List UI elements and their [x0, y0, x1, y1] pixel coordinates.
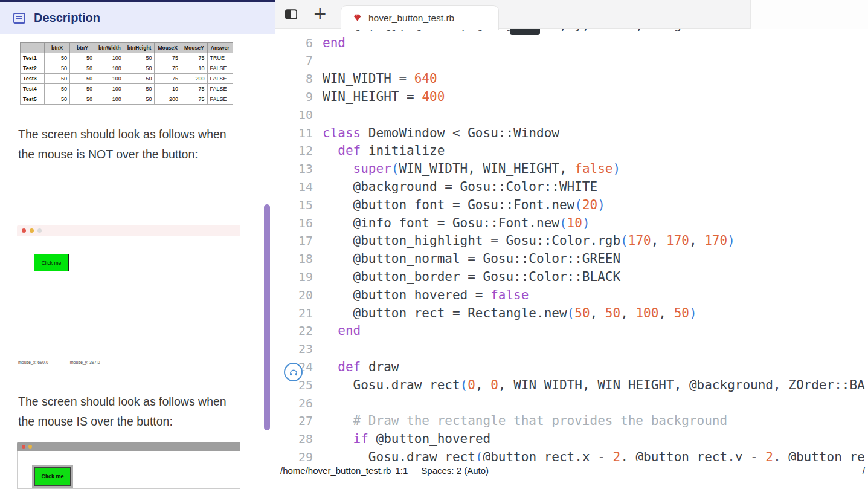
code-text: super(WIN_WIDTH, WIN_HEIGHT, false) [313, 161, 620, 176]
table-cell: 100 [95, 63, 124, 74]
code-line: 13 super(WIN_WIDTH, WIN_HEIGHT, false) [275, 160, 868, 178]
line-number: 19 [275, 270, 313, 284]
code-token [323, 360, 338, 374]
code-token: false [490, 288, 529, 302]
table-cell: 10 [181, 63, 208, 74]
line-number: 10 [275, 108, 313, 122]
code-token: ) [597, 198, 605, 212]
file-path[interactable]: /home/hover_button_test.rb [280, 465, 391, 476]
code-token: ) [689, 306, 697, 320]
code-line: 6end [275, 34, 868, 52]
line-number: 29 [275, 450, 313, 461]
cursor-position[interactable]: 1:1 [395, 465, 408, 476]
code-line: 23 [275, 340, 868, 358]
mouse-coordinates: mouse_x: 690.0 mouse_y: 397.0 [18, 360, 100, 364]
line-number: 17 [275, 233, 313, 248]
table-cell: 50 [124, 53, 155, 63]
description-panel: Description btnXbtnYbtnWidthbtnHeightMou… [0, 0, 275, 489]
table-cell: 50 [70, 84, 95, 94]
table-cell: 50 [45, 63, 70, 74]
table-cell: FALSE [207, 74, 233, 84]
table-cell: 50 [124, 74, 155, 84]
code-token: @button_font = Gosu::Font.new [323, 198, 574, 212]
scrollbar-thumb[interactable] [264, 204, 270, 430]
code-line: 20 @button_hovered = false [275, 286, 868, 304]
code-token: def [338, 143, 361, 158]
new-tab-button[interactable]: + [313, 4, 327, 24]
line-number: 26 [275, 396, 313, 410]
indent-setting[interactable]: Spaces: 2 (Auto) [421, 465, 489, 476]
code-text: def draw [313, 360, 399, 374]
line-number: 23 [275, 342, 313, 356]
code-text: if @button_hovered [313, 432, 490, 446]
panel-toggle-icon[interactable] [285, 9, 297, 19]
line-number: 5 [275, 29, 313, 32]
code-text: end [313, 36, 346, 50]
code-token: 2 [612, 450, 620, 461]
line-number: 16 [275, 216, 313, 230]
code-line: 28 if @button_hovered [275, 430, 868, 448]
audio-annotation-button[interactable] [284, 363, 303, 381]
table-cell: 75 [181, 94, 208, 105]
table-cell: TRUE [207, 53, 233, 63]
code-token: @button_border = Gosu::Color::BLACK [323, 270, 620, 284]
table-cell: 50 [124, 63, 155, 74]
code-token: # Draw the rectangle that provides the b… [323, 413, 727, 428]
table-header: btnY [70, 43, 95, 53]
tab-hover-button-test[interactable]: hover_button_test.rb [341, 5, 499, 30]
code-line: 26 [275, 394, 868, 412]
table-cell: FALSE [207, 63, 233, 74]
code-text: @button_hovered = false [313, 288, 529, 302]
line-number: 21 [275, 306, 313, 320]
table-header: Answer [207, 43, 233, 53]
code-token: @button_hovered = [323, 288, 490, 302]
code-text: def initialize [313, 143, 445, 158]
table-cell: 50 [45, 94, 70, 105]
code-editor[interactable]: 5 @x, @y, @width, @height = x, y, width,… [275, 29, 868, 461]
code-line: 7 [275, 52, 868, 70]
code-token: 50 [574, 306, 590, 320]
editor-statusbar: /home/hover_button_test.rb 1:1 Spaces: 2… [275, 461, 868, 479]
code-token: 170 [628, 233, 651, 248]
code-text: WIN_HEIGHT = 400 [313, 89, 445, 104]
line-number: 18 [275, 251, 313, 266]
code-token: ( [567, 306, 575, 320]
code-editor-panel: + hover_button_test.rb 5 @x, @y, @width,… [275, 0, 868, 489]
code-line: 9WIN_HEIGHT = 400 [275, 88, 868, 106]
code-token: , @button_re [773, 450, 865, 461]
code-token: end [323, 36, 346, 50]
instruction-not-over: The screen should look as follows when t… [18, 125, 227, 164]
close-dot-icon [22, 445, 25, 449]
minimize-dot-icon [28, 445, 32, 449]
table-header: MouseX [155, 43, 181, 53]
code-token: WIN_WIDTH, WIN_HEIGHT, [399, 161, 574, 176]
code-line: 5 @x, @y, @width, @height = x, y, width,… [275, 29, 868, 34]
editor-tabbar: + hover_button_test.rb [275, 0, 868, 29]
table-cell: 50 [70, 94, 95, 105]
code-token: 0 [468, 378, 475, 392]
code-token: , [475, 378, 490, 392]
table-row: Test550501005020075FALSE [21, 94, 233, 105]
table-cell: 50 [45, 74, 70, 84]
mini-window-body: Click me [17, 451, 240, 489]
code-line: 18 @button_normal = Gosu::Color::GREEN [275, 250, 868, 268]
table-header-row: btnXbtnYbtnWidthbtnHeightMouseXMouseYAns… [21, 43, 233, 53]
table-row: Test15050100507575TRUE [21, 53, 233, 63]
code-token: 170 [666, 233, 689, 248]
code-token: , [658, 306, 674, 320]
code-line: 27 # Draw the rectangle that provides th… [275, 412, 868, 430]
ruby-icon [352, 13, 362, 22]
code-token: 2 [765, 450, 773, 461]
code-text: @button_normal = Gosu::Color::GREEN [313, 251, 620, 266]
code-line: 14 @background = Gosu::Color::WHITE [275, 178, 868, 196]
table-row: Test45050100501075FALSE [21, 84, 233, 94]
table-row-label: Test5 [21, 94, 45, 105]
table-cell: 75 [155, 53, 181, 63]
zoom-dot-icon [37, 228, 42, 233]
table-cell: 50 [45, 53, 70, 63]
code-token: 100 [635, 306, 658, 320]
code-token: super [353, 161, 391, 176]
code-token: ( [620, 233, 628, 248]
code-token: ( [460, 378, 468, 392]
code-line: 25 Gosu.draw_rect(0, 0, WIN_WIDTH, WIN_H… [275, 376, 868, 394]
